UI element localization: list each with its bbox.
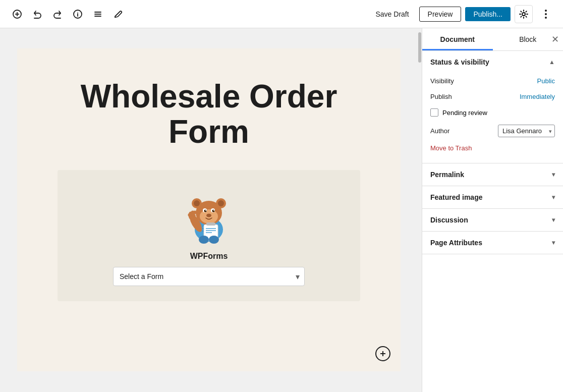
- toolbar: Save Draft Preview Publish...: [0, 0, 563, 28]
- info-button[interactable]: [69, 5, 87, 23]
- preview-button[interactable]: Preview: [419, 7, 462, 22]
- publish-label: Publish: [430, 93, 452, 100]
- svg-point-25: [204, 209, 207, 212]
- visibility-value[interactable]: Public: [537, 77, 555, 85]
- page-attributes-title: Page Attributes: [430, 239, 482, 247]
- toolbar-right: Save Draft Preview Publish...: [369, 5, 555, 23]
- editor-canvas: Wholesale Order Form: [17, 48, 401, 371]
- toolbar-left: [8, 5, 185, 23]
- status-visibility-body: Visibility Public Publish Immediately Pe…: [422, 73, 563, 163]
- svg-point-29: [206, 213, 211, 217]
- chevron-down-icon: ▾: [552, 194, 555, 201]
- chevron-down-icon: ▾: [552, 239, 555, 246]
- svg-point-41: [199, 236, 209, 244]
- pending-review-row: Pending review: [430, 104, 555, 121]
- featured-image-title: Featured image: [430, 193, 482, 201]
- svg-point-27: [205, 210, 206, 211]
- svg-point-11: [545, 13, 547, 15]
- page-title: Wholesale Order Form: [58, 79, 360, 150]
- discussion-header[interactable]: Discussion ▾: [422, 209, 563, 231]
- svg-point-19: [194, 200, 200, 206]
- page-attributes-section: Page Attributes ▾: [422, 232, 563, 254]
- redo-button[interactable]: [48, 5, 67, 23]
- wpforms-mascot: [179, 185, 239, 246]
- editor-scroll-wrapper: Wholesale Order Form: [0, 28, 422, 392]
- permalink-header[interactable]: Permalink ▾: [422, 163, 563, 186]
- author-label: Author: [430, 127, 449, 135]
- chevron-down-icon: ▾: [552, 171, 555, 178]
- featured-image-section: Featured image ▾: [422, 186, 563, 209]
- editor-area[interactable]: Wholesale Order Form: [0, 28, 418, 392]
- publish-row: Publish Immediately: [430, 89, 555, 104]
- chevron-down-icon: ▾: [552, 216, 555, 223]
- svg-point-42: [209, 236, 219, 244]
- permalink-title: Permalink: [430, 171, 464, 179]
- author-row: Author Lisa Gennaro: [430, 121, 555, 141]
- wpforms-block[interactable]: WPForms Select a Form ▾: [58, 170, 360, 301]
- scrollbar-thumb: [418, 32, 421, 63]
- add-block-circle-button[interactable]: [375, 346, 390, 361]
- visibility-row: Visibility Public: [430, 73, 555, 89]
- pending-review-checkbox[interactable]: [430, 108, 438, 117]
- svg-point-28: [213, 210, 214, 211]
- chevron-up-icon: ▲: [549, 59, 555, 66]
- discussion-section: Discussion ▾: [422, 209, 563, 232]
- svg-point-21: [218, 200, 224, 206]
- save-draft-button[interactable]: Save Draft: [369, 7, 415, 21]
- editor-scrollbar[interactable]: [418, 28, 422, 392]
- author-select[interactable]: Lisa Gennaro: [498, 125, 555, 137]
- page-attributes-header[interactable]: Page Attributes ▾: [422, 232, 563, 254]
- discussion-title: Discussion: [430, 216, 468, 224]
- svg-rect-37: [206, 222, 215, 226]
- publish-button[interactable]: Publish...: [465, 7, 511, 21]
- svg-point-10: [545, 10, 547, 12]
- publish-value[interactable]: Immediately: [520, 93, 555, 100]
- sidebar-content: Status & visibility ▲ Visibility Public …: [422, 51, 563, 392]
- svg-point-9: [522, 13, 525, 16]
- more-options-button[interactable]: [537, 5, 555, 23]
- svg-point-26: [212, 209, 215, 212]
- settings-button[interactable]: [515, 5, 533, 23]
- status-visibility-section: Status & visibility ▲ Visibility Public …: [422, 51, 563, 163]
- sidebar-tabs: Document Block ✕: [422, 28, 563, 51]
- svg-point-12: [545, 17, 547, 19]
- status-visibility-header[interactable]: Status & visibility ▲: [422, 51, 563, 73]
- move-to-trash-link[interactable]: Move to Trash: [430, 141, 555, 155]
- svg-point-35: [193, 210, 197, 214]
- main-layout: Wholesale Order Form: [0, 28, 563, 392]
- close-sidebar-button[interactable]: ✕: [551, 34, 559, 45]
- svg-point-5: [77, 12, 78, 13]
- tab-document[interactable]: Document: [422, 28, 493, 50]
- status-visibility-title: Status & visibility: [430, 58, 489, 66]
- author-select-wrapper: Lisa Gennaro: [498, 125, 555, 137]
- sidebar: Document Block ✕ Status & visibility ▲ V…: [422, 28, 563, 392]
- list-view-button[interactable]: [89, 5, 107, 23]
- featured-image-header[interactable]: Featured image ▾: [422, 186, 563, 208]
- permalink-section: Permalink ▾: [422, 163, 563, 186]
- add-block-button[interactable]: [8, 5, 26, 23]
- wpforms-label: WPForms: [190, 252, 228, 261]
- visibility-label: Visibility: [430, 77, 454, 85]
- wpforms-select-form[interactable]: Select a Form: [113, 267, 305, 286]
- wpforms-select-wrapper[interactable]: Select a Form ▾: [113, 267, 305, 286]
- edit-button[interactable]: [109, 5, 127, 23]
- pending-review-label: Pending review: [442, 109, 487, 117]
- undo-button[interactable]: [28, 5, 46, 23]
